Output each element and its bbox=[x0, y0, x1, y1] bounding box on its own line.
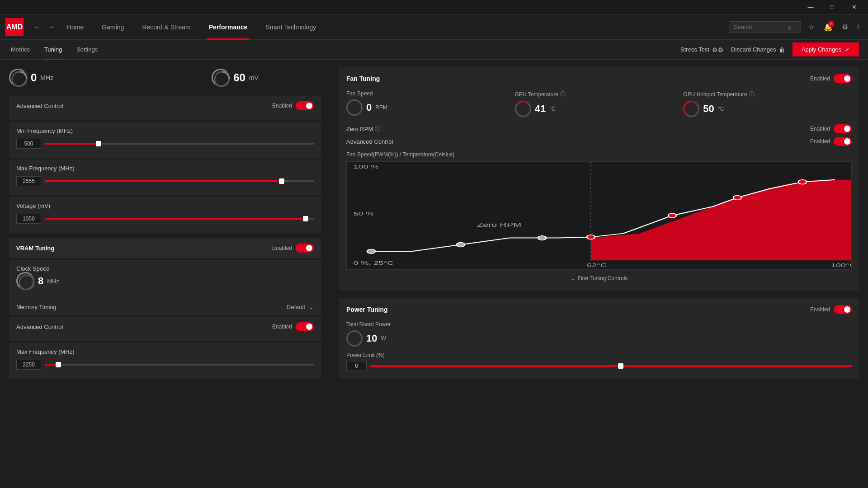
notifications-icon[interactable]: 🔔 3 bbox=[822, 21, 835, 33]
max-freq-slider-row bbox=[16, 176, 314, 186]
svg-point-11 bbox=[587, 235, 595, 239]
power-stat-row: 10 W bbox=[346, 330, 852, 347]
back-button[interactable]: ← bbox=[31, 21, 43, 33]
max-freq2-slider-track[interactable] bbox=[45, 364, 314, 366]
max-freq-slider-fill bbox=[45, 180, 282, 182]
max-freq2-label-row: Max Frequency (MHz) bbox=[16, 348, 314, 355]
nav-record-stream[interactable]: Record & Stream bbox=[140, 14, 192, 40]
chart-title: Fan Speed(PWM(%)) / Temperature(Celsius) bbox=[346, 151, 852, 158]
dropdown-chevron-icon: ⌄ bbox=[309, 304, 314, 310]
power-limit-slider-track[interactable] bbox=[370, 365, 852, 367]
voltage-slider-input[interactable] bbox=[16, 214, 41, 224]
svg-text:100°C: 100°C bbox=[831, 263, 851, 268]
memory-timing-dropdown[interactable]: Default ⌄ bbox=[287, 304, 314, 310]
gpu-temp-value-row: 41 °C bbox=[515, 101, 676, 117]
apply-changes-button[interactable]: Apply Changes ✓ bbox=[793, 42, 859, 56]
minimize-button[interactable]: — bbox=[800, 0, 821, 14]
gpu-stats-row: 0 MHz 60 mV bbox=[9, 69, 321, 87]
min-freq-slider-row bbox=[16, 139, 314, 149]
nav-gaming[interactable]: Gaming bbox=[100, 14, 126, 40]
power-tuning-toggle[interactable] bbox=[834, 305, 852, 314]
svg-point-8 bbox=[367, 249, 375, 253]
voltage-slider-thumb[interactable] bbox=[303, 216, 308, 221]
power-limit-slider-thumb[interactable] bbox=[618, 363, 623, 369]
sub-nav: Metrics Tuning Settings Stress Test ⚙⚙ D… bbox=[0, 40, 868, 60]
advanced-control-status: Enabled bbox=[272, 103, 292, 109]
svg-point-9 bbox=[457, 243, 465, 247]
fan-tuning-toggle[interactable] bbox=[834, 74, 852, 83]
min-freq-label: Min Frequency (MHz) bbox=[16, 127, 73, 134]
power-limit-input[interactable] bbox=[346, 361, 367, 371]
zero-rpm-toggle[interactable] bbox=[834, 124, 852, 133]
power-limit-section: Power Limit (%) bbox=[346, 352, 852, 371]
search-box[interactable]: ⌕ bbox=[729, 21, 801, 33]
memory-timing-label: Memory Timing bbox=[16, 304, 57, 310]
fan-speed-unit: RPM bbox=[375, 104, 387, 111]
fan-speed-chart[interactable]: 100 % 50 % 0 %, 25°C 62°C 100°C Zero RPM bbox=[346, 161, 852, 270]
fan-speed-gauge-circle bbox=[346, 99, 363, 116]
stress-test-button[interactable]: Stress Test ⚙⚙ bbox=[680, 46, 724, 53]
advanced-control2-toggle[interactable] bbox=[296, 322, 314, 331]
fine-tuning-controls[interactable]: ⌄ Fine Tuning Controls bbox=[346, 273, 852, 283]
memory-timing-row: Memory Timing Default ⌄ bbox=[9, 299, 321, 315]
max-freq-slider-thumb[interactable] bbox=[279, 178, 284, 184]
zero-rpm-status: Enabled bbox=[810, 126, 830, 132]
discard-changes-button[interactable]: Discard Changes 🗑 bbox=[731, 46, 785, 53]
voltage-label-row: Voltage (mV) bbox=[16, 202, 314, 209]
voltage-slider-track[interactable] bbox=[45, 218, 314, 220]
max-freq2-slider-row bbox=[16, 360, 314, 370]
min-freq-slider-track[interactable] bbox=[45, 143, 314, 145]
apply-label: Apply Changes bbox=[802, 46, 841, 53]
total-board-power-label: Total Board Power bbox=[346, 321, 852, 328]
bookmark-icon[interactable]: ☆ bbox=[807, 21, 816, 33]
max-freq2-label: Max Frequency (MHz) bbox=[16, 348, 75, 355]
fan-advanced-label: Advanced Control bbox=[346, 138, 393, 145]
tab-settings[interactable]: Settings bbox=[75, 40, 99, 60]
nav-links: Home Gaming Record & Stream Performance … bbox=[65, 14, 729, 40]
maximize-button[interactable]: □ bbox=[822, 0, 843, 14]
max-freq2-input[interactable] bbox=[16, 360, 41, 370]
min-freq-input[interactable] bbox=[16, 139, 41, 149]
power-limit-label: Power Limit (%) bbox=[346, 352, 852, 358]
max-freq-slider-track[interactable] bbox=[45, 180, 314, 182]
forward-button[interactable]: → bbox=[45, 21, 58, 33]
min-freq-slider-fill bbox=[45, 143, 99, 145]
search-input[interactable] bbox=[734, 23, 788, 30]
discard-icon: 🗑 bbox=[779, 46, 785, 53]
apply-check-icon: ✓ bbox=[845, 46, 850, 53]
max-freq-input[interactable] bbox=[16, 176, 41, 186]
fan-advanced-toggle[interactable] bbox=[834, 137, 852, 146]
power-limit-slider-fill bbox=[370, 365, 621, 367]
title-bar: — □ ✕ bbox=[0, 0, 868, 14]
nav-home[interactable]: Home bbox=[65, 14, 85, 40]
gpu-hotspot-stat: GPU Hotspot Temperature ⓘ 50 °C bbox=[683, 90, 852, 117]
vram-tuning-header: VRAM Tuning Enabled bbox=[9, 238, 321, 258]
power-unit: W bbox=[381, 335, 386, 342]
advanced-control-toggle[interactable] bbox=[296, 101, 314, 110]
nav-performance[interactable]: Performance bbox=[207, 14, 250, 40]
clock-speed-label: Clock Speed bbox=[16, 265, 50, 272]
min-freq-slider-thumb[interactable] bbox=[96, 141, 101, 146]
grid-icon[interactable]: ⊦ bbox=[855, 21, 863, 33]
voltage-slider-label: Voltage (mV) bbox=[16, 202, 50, 209]
tab-tuning[interactable]: Tuning bbox=[42, 40, 64, 60]
advanced-control2-row: Advanced Control Enabled bbox=[16, 322, 314, 331]
fan-stats-row: Fan Speed 0 RPM GPU Temperature ⓘ bbox=[346, 90, 852, 117]
settings-icon[interactable]: ⚙ bbox=[840, 21, 850, 33]
max-freq2-slider-thumb[interactable] bbox=[56, 362, 61, 367]
gpu-clock-unit: MHz bbox=[40, 74, 53, 81]
advanced-control2-label: Advanced Control bbox=[16, 324, 63, 330]
fan-tuning-card: Fan Tuning Enabled Fan Speed 0 RPM bbox=[339, 67, 859, 291]
sub-nav-left: Metrics Tuning Settings bbox=[9, 40, 99, 60]
min-freq-label-row: Min Frequency (MHz) bbox=[16, 127, 314, 134]
power-tuning-status: Enabled bbox=[810, 306, 830, 313]
nav-smart-technology[interactable]: Smart Technology bbox=[264, 14, 318, 40]
clock-speed-value: 8 bbox=[38, 275, 43, 287]
clock-speed-gauge bbox=[16, 272, 34, 290]
vram-tuning-toggle[interactable] bbox=[296, 244, 314, 253]
notification-badge: 3 bbox=[828, 21, 835, 27]
close-button[interactable]: ✕ bbox=[844, 0, 864, 14]
tab-metrics[interactable]: Metrics bbox=[9, 40, 32, 60]
advanced-control2-status: Enabled bbox=[272, 324, 292, 330]
gpu-clock-gauge: 0 MHz bbox=[9, 69, 53, 87]
